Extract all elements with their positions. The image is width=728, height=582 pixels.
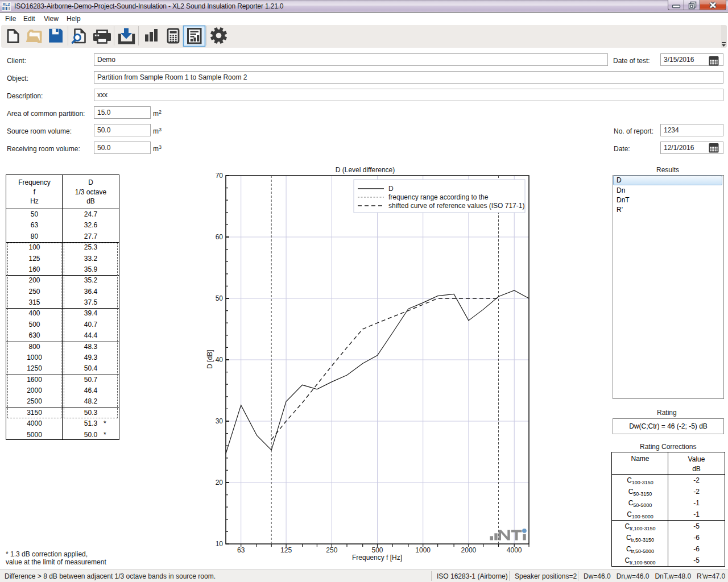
svg-text:250: 250: [326, 546, 337, 554]
svg-text:2000: 2000: [461, 546, 477, 554]
svg-text:70: 70: [216, 172, 224, 180]
svg-text:30: 30: [216, 417, 224, 425]
svg-text:D [dB]: D [dB]: [206, 350, 214, 368]
svg-text:125: 125: [280, 546, 292, 554]
svg-text:4000: 4000: [507, 546, 522, 554]
svg-text:frequency range according to t: frequency range according to the: [388, 193, 489, 201]
svg-text:63: 63: [237, 546, 245, 554]
svg-text:1000: 1000: [415, 546, 431, 554]
svg-text:XL2: XL2: [3, 2, 10, 6]
svg-text:60: 60: [216, 233, 224, 241]
svg-text:20: 20: [216, 479, 224, 487]
svg-text:10: 10: [216, 540, 224, 548]
svg-text:40: 40: [216, 356, 224, 364]
svg-text:Frequency f [Hz]: Frequency f [Hz]: [352, 554, 402, 562]
svg-text:D: D: [388, 185, 394, 193]
svg-text:shifted curve of reference val: shifted curve of reference values (ISO 7…: [388, 202, 524, 210]
svg-text:50: 50: [216, 294, 224, 302]
svg-text:D (Level difference): D (Level difference): [336, 166, 395, 174]
